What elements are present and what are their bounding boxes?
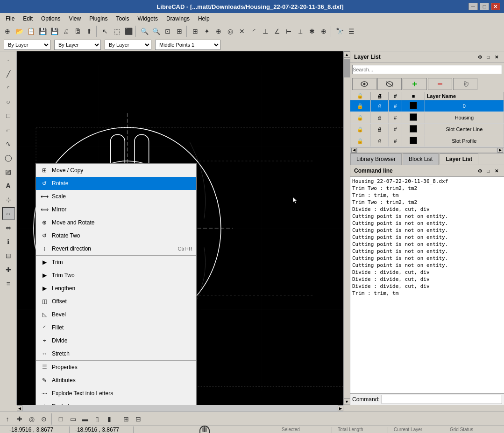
print-button[interactable]: 🖨 bbox=[60, 26, 71, 37]
layer-hide-all-button[interactable] bbox=[377, 78, 402, 90]
vertical-scrollbar[interactable]: ▲ ▼ bbox=[343, 51, 350, 405]
zoom-prev-button[interactable]: ⊞ bbox=[174, 26, 185, 37]
ctx-trim[interactable]: ▶ Trim bbox=[36, 255, 196, 269]
layer-slotcenter-name[interactable]: Slot Center Line bbox=[425, 124, 504, 135]
deselect-button[interactable]: ⬛ bbox=[123, 26, 134, 37]
ctx-divide[interactable]: ÷ Divide bbox=[36, 334, 196, 347]
snap-restrict-button[interactable]: ⟂ bbox=[295, 26, 306, 37]
layer-housing-name[interactable]: Housing bbox=[425, 112, 504, 124]
ctx-mirror[interactable]: ⟺ Mirror bbox=[36, 203, 196, 216]
layer-slotprofile-color[interactable] bbox=[402, 135, 425, 147]
tool-rect[interactable]: □ bbox=[2, 109, 15, 122]
tool-spline[interactable]: ∿ bbox=[2, 137, 15, 150]
tool-ellipse[interactable]: ◯ bbox=[2, 151, 15, 164]
scroll-thumb[interactable] bbox=[344, 59, 350, 77]
menu-options[interactable]: Options bbox=[37, 14, 64, 23]
ctx-revert[interactable]: ↕ Revert direction Ctrl+R bbox=[36, 242, 196, 255]
bt-snap4[interactable]: ⊙ bbox=[38, 413, 50, 425]
ctx-stretch[interactable]: ↔ Stretch bbox=[36, 347, 196, 360]
tool-point[interactable]: · bbox=[2, 53, 15, 66]
bt-snap2[interactable]: ✚ bbox=[14, 413, 25, 425]
scroll-track[interactable] bbox=[344, 58, 350, 398]
ctx-rotate[interactable]: ↺ Rotate bbox=[36, 177, 196, 190]
layer-slotprofile-hash[interactable]: # bbox=[389, 135, 402, 147]
ctx-explode[interactable]: ✦ Explode bbox=[36, 400, 196, 405]
ctx-move-rotate[interactable]: ⊕ Move and Rotate bbox=[36, 216, 196, 229]
canvas-area[interactable]: ⊞ Move / Copy ↺ Rotate ⟷ Scale ⟺ Mirror bbox=[17, 51, 343, 405]
linetype-select[interactable]: By Layer bbox=[105, 40, 151, 50]
select-button[interactable]: ↖ bbox=[99, 26, 111, 37]
bt-rel2[interactable]: ⊟ bbox=[133, 413, 144, 425]
command-float[interactable]: □ bbox=[484, 167, 492, 175]
menu-view[interactable]: View bbox=[65, 14, 85, 23]
h-scroll-track-main[interactable] bbox=[22, 406, 338, 411]
snap-grid-button[interactable]: ⊞ bbox=[190, 26, 201, 37]
layer-slotcenter-color[interactable] bbox=[402, 124, 425, 135]
save-button[interactable]: 💾 bbox=[37, 26, 48, 37]
layer-show-all-button[interactable] bbox=[352, 78, 376, 90]
export-button[interactable]: ⬆ bbox=[84, 26, 95, 37]
snap-perpendicular-button[interactable]: ⊥ bbox=[260, 26, 271, 37]
snap-midpoint-button[interactable]: ⊕ bbox=[213, 26, 224, 37]
ctx-trim-two[interactable]: ▶ Trim Two bbox=[36, 269, 196, 282]
h-scroll-track[interactable] bbox=[358, 148, 497, 153]
menu-widgets[interactable]: Widgets bbox=[134, 14, 162, 23]
tool-polyline[interactable]: ⌐ bbox=[2, 123, 15, 136]
snap-rel-button[interactable]: ⊕ bbox=[318, 26, 329, 37]
bt-rel1[interactable]: ⊞ bbox=[121, 413, 132, 425]
menu-help[interactable]: Help bbox=[194, 14, 213, 23]
ctx-properties[interactable]: ☰ Properties bbox=[36, 360, 196, 374]
tool-info[interactable]: ℹ bbox=[2, 235, 15, 248]
ctx-explode-text[interactable]: ~~ Explode Text into Letters bbox=[36, 387, 196, 400]
layer-housing-lock[interactable]: 🔒 bbox=[350, 112, 370, 124]
snap-angle-button[interactable]: ∠ bbox=[271, 26, 283, 37]
new-button[interactable]: ⊕ bbox=[2, 26, 13, 37]
ctx-move-copy[interactable]: ⊞ Move / Copy bbox=[36, 164, 196, 177]
scroll-right-button[interactable]: ▶ bbox=[497, 148, 503, 153]
layer-selector[interactable]: By Layer bbox=[4, 40, 50, 50]
linetype-selector[interactable]: By Layer bbox=[105, 40, 151, 50]
zoom-level-button[interactable]: 🔭 bbox=[334, 26, 345, 37]
menu-file[interactable]: File bbox=[2, 14, 18, 23]
layer-slotcenter-hash[interactable]: # bbox=[389, 124, 402, 135]
color-selector[interactable]: By Layer bbox=[54, 40, 101, 50]
layer-settings-button[interactable]: ☰ bbox=[346, 26, 357, 37]
command-input[interactable] bbox=[382, 395, 502, 404]
layer-0-color[interactable] bbox=[402, 100, 425, 112]
h-scroll-left[interactable]: ◀ bbox=[17, 405, 22, 411]
h-scroll-right[interactable]: ▶ bbox=[338, 405, 343, 411]
bt-view2[interactable]: ▭ bbox=[67, 413, 78, 425]
layer-slotcenter-print[interactable]: 🖨 bbox=[370, 124, 389, 135]
bt-view1[interactable]: □ bbox=[55, 413, 66, 425]
tool-modify[interactable]: ⇔ bbox=[2, 221, 15, 234]
tab-library-browser[interactable]: Library Browser bbox=[350, 154, 402, 165]
minimize-button[interactable]: ─ bbox=[469, 3, 478, 10]
snap-intersect-button[interactable]: ✕ bbox=[236, 26, 248, 37]
tool-snap[interactable]: ✚ bbox=[2, 263, 15, 276]
scroll-up-button[interactable]: ▲ bbox=[344, 51, 350, 58]
ctx-scale[interactable]: ⟷ Scale bbox=[36, 190, 196, 203]
layer-panel-float[interactable]: □ bbox=[484, 53, 492, 61]
layer-slotprofile-name[interactable]: Slot Profile bbox=[425, 135, 504, 147]
ctx-lengthen[interactable]: ▶ Lengthen bbox=[36, 282, 196, 295]
save-as-button[interactable]: 💾 bbox=[49, 26, 60, 37]
bt-snap3[interactable]: ◎ bbox=[26, 413, 37, 425]
layer-panel-close[interactable]: ✕ bbox=[493, 53, 500, 61]
horizontal-scrollbar[interactable]: ◀ ▶ bbox=[17, 405, 343, 412]
ctx-fillet[interactable]: ◜ Fillet bbox=[36, 321, 196, 334]
ctx-bevel[interactable]: ◺ Bevel bbox=[36, 308, 196, 321]
layer-edit-button[interactable] bbox=[453, 78, 477, 90]
layer-select[interactable]: By Layer bbox=[4, 40, 50, 50]
snap-selector[interactable]: Middle Points 1 bbox=[155, 40, 220, 50]
layer-slotprofile-print[interactable]: 🖨 bbox=[370, 135, 389, 147]
layer-0-lock[interactable]: 🔒 bbox=[350, 100, 370, 112]
snap-endpoint-button[interactable]: ⊢ bbox=[283, 26, 294, 37]
snap-free-button[interactable]: ✱ bbox=[306, 26, 318, 37]
layer-0-hash[interactable]: # bbox=[389, 100, 402, 112]
tool-line[interactable]: ╱ bbox=[2, 67, 15, 80]
layer-slotprofile-lock[interactable]: 🔒 bbox=[350, 135, 370, 147]
tool-layer[interactable]: ≡ bbox=[2, 277, 15, 290]
bt-view3[interactable]: ▬ bbox=[79, 413, 91, 425]
layer-slotcenter-lock[interactable]: 🔒 bbox=[350, 124, 370, 135]
layer-add-button[interactable] bbox=[403, 78, 427, 90]
